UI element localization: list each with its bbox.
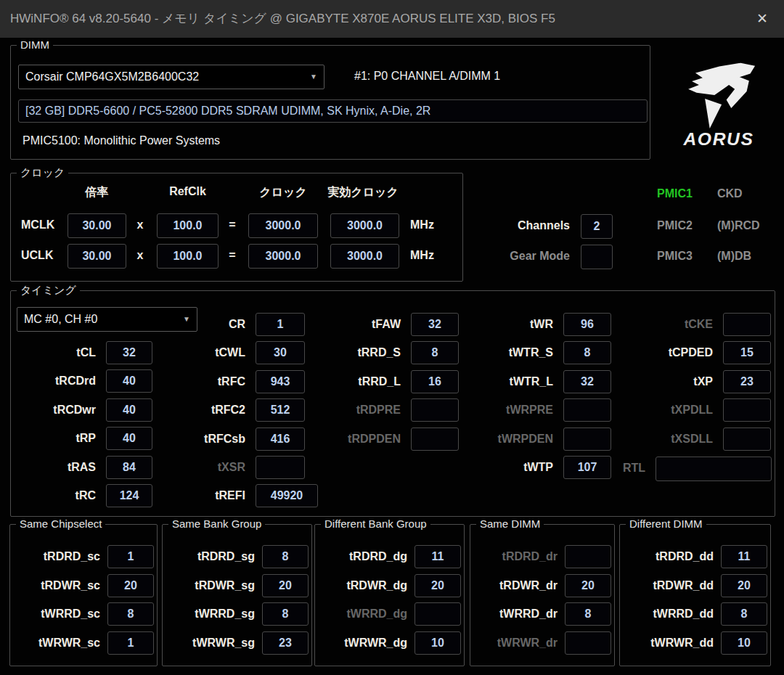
timing-column-5: tCKE tCPDED15 tXP23 tXPDLL tXSDLL <box>627 313 771 456</box>
field-label: tWRWR_dd <box>624 637 714 650</box>
field-label: tRDRD_dr <box>475 550 558 563</box>
field-label: tWRRD_sc <box>15 608 100 621</box>
group-different-bank-group: Different Bank Group tRDRD_dg11 tRDWR_dg… <box>314 524 465 666</box>
field-tcpded: tCPDED15 <box>627 341 771 364</box>
field-label: tRP <box>10 432 96 445</box>
field-trdwr-dg: tRDWR_dg20 <box>319 574 461 597</box>
field-value-box: 1 <box>107 545 154 568</box>
dimm-module-info-box: [32 GB] DDR5-6600 / PC5-52800 DDR5 SDRAM… <box>18 99 648 123</box>
field-trdpden: tRDPDEN <box>315 428 459 451</box>
field-twrwr-sg: tWRWR_sg23 <box>167 631 309 655</box>
field-trdrd-sc: tRDRD_sc1 <box>15 545 154 568</box>
field-txsdll: tXSDLL <box>627 428 771 451</box>
field-value-box: 32 <box>563 370 611 393</box>
field-label: tWRRD_dd <box>624 608 714 621</box>
field-label: tXP <box>627 375 713 388</box>
field-label: tWTP <box>467 461 553 474</box>
field-trcdrd: tRCDrd40 <box>10 369 152 393</box>
group-title: Same Chipselect <box>16 518 105 530</box>
mclk-effective-field: 3000.0 <box>330 213 399 238</box>
pmic1-status: PMIC1 <box>657 184 693 203</box>
field-label: tWRWR_dr <box>475 637 558 650</box>
field-value-box: 1 <box>107 631 154 655</box>
field-value-box <box>565 545 611 568</box>
field-txp: tXP23 <box>627 370 771 393</box>
field-value-box <box>565 631 611 655</box>
field-value-box: 20 <box>107 574 154 597</box>
field-label: tRC <box>10 489 96 502</box>
field-label: tRDRD_sc <box>15 550 100 563</box>
dimm-module-info: [32 GB] DDR5-6600 / PC5-52800 DDR5 SDRAM… <box>25 105 430 118</box>
field-twtr-s: tWTR_S8 <box>467 341 611 364</box>
gear-mode-label: Gear Mode <box>475 245 570 268</box>
title-bar[interactable]: HWiNFO® 64 v8.20-5640 - メモリ タイミング @ GIGA… <box>0 0 784 38</box>
clock-group: クロック 倍率 RefClk クロック 実効クロック MCLK 30.00 x … <box>10 173 463 282</box>
field-trp: tRP40 <box>10 427 152 450</box>
field-trdwr-dr: tRDWR_dr20 <box>475 574 611 597</box>
field-value-box: 23 <box>262 631 309 655</box>
field-value-box <box>563 398 611 422</box>
field-twrwr-dr: tWRWR_dr <box>475 631 611 655</box>
field-twtp: tWTP107 <box>467 456 611 479</box>
field-value-box: 8 <box>107 602 154 626</box>
aorus-logo: AORUS <box>662 46 775 157</box>
pmic3-status: PMIC3 <box>657 246 693 266</box>
ckd-status: CKD <box>717 184 743 203</box>
field-twrwr-sc: tWRWR_sc1 <box>15 631 154 655</box>
field-value-box <box>411 428 459 451</box>
window-title: HWiNFO® 64 v8.20-5640 - メモリ タイミング @ GIGA… <box>10 0 555 38</box>
field-tcke: tCKE <box>627 313 771 336</box>
field-trdwr-sc: tRDWR_sc20 <box>15 574 154 597</box>
timing-channel-dropdown-value: MC #0, CH #0 <box>24 308 97 331</box>
field-trdrd-dd: tRDRD_dd11 <box>624 545 767 568</box>
field-value-box: 943 <box>256 370 305 393</box>
field-label: tWTR_L <box>467 375 553 388</box>
field-value-box: 20 <box>262 574 309 597</box>
field-twrrd-dg: tWRRD_dg <box>319 602 461 626</box>
mclk-label: MCLK <box>21 213 54 237</box>
field-label: tRDWR_dr <box>475 579 558 592</box>
field-value-box <box>723 428 771 451</box>
rtl-field <box>656 457 772 481</box>
field-label: tRDPRE <box>315 404 401 417</box>
field-value-box: 20 <box>565 574 611 597</box>
uclk-clock-field: 3000.0 <box>248 244 318 269</box>
field-trfcsb: tRFCsb416 <box>145 428 318 451</box>
group-same-dimm: Same DIMM tRDRD_dr tRDWR_dr20 tWRRD_dr8 … <box>470 524 615 666</box>
field-label: tRDRD_sg <box>167 550 255 563</box>
dimm-module-dropdown[interactable]: Corsair CMP64GX5M2B6400C32 ▼ <box>18 65 324 89</box>
field-value-box: 96 <box>563 313 611 336</box>
clock-header-clock: クロック <box>248 185 318 200</box>
field-value-box: 11 <box>721 545 767 568</box>
field-cr: CR1 <box>145 313 318 336</box>
field-tcl: tCL32 <box>10 341 152 364</box>
dimm-group-label: DIMM <box>17 38 53 51</box>
field-label: tRDWR_sg <box>167 579 255 592</box>
group-same-bank-group: Same Bank Group tRDRD_sg8 tRDWR_sg20 tWR… <box>162 524 312 666</box>
field-value-box: 32 <box>411 313 459 336</box>
close-icon[interactable]: ✕ <box>752 0 772 38</box>
field-twr: tWR96 <box>467 313 611 336</box>
field-trrd-s: tRRD_S8 <box>315 341 459 364</box>
field-label: tWRRD_sg <box>167 608 255 621</box>
uclk-multiply-sign: x <box>129 244 151 267</box>
hwinfo-memory-timing-window: HWiNFO® 64 v8.20-5640 - メモリ タイミング @ GIGA… <box>0 0 784 675</box>
field-tras: tRAS84 <box>10 456 152 479</box>
uclk-label: UCLK <box>21 244 53 267</box>
field-value-box: 8 <box>411 341 459 364</box>
field-label: tWRWR_sg <box>167 637 255 650</box>
field-label: tCWL <box>145 346 245 359</box>
field-value-box: 512 <box>256 398 305 422</box>
aorus-logo-text: AORUS <box>682 129 754 149</box>
field-value-box: 8 <box>262 545 309 568</box>
dimm-module-dropdown-value: Corsair CMP64GX5M2B6400C32 <box>25 65 199 89</box>
field-twrwr-dg: tWRWR_dg10 <box>319 631 461 655</box>
uclk-effective-field: 3000.0 <box>330 244 399 269</box>
group-title: Different Bank Group <box>321 518 430 530</box>
field-value-box: 10 <box>721 631 767 655</box>
field-twtr-l: tWTR_L32 <box>467 370 611 393</box>
uclk-refclk-field: 100.0 <box>157 244 219 269</box>
clock-header-ratio: 倍率 <box>68 185 126 200</box>
timing-column-3: tFAW32 tRRD_S8 tRRD_L16 tRDPRE tRDPDEN <box>315 313 459 456</box>
field-trdwr-dd: tRDWR_dd20 <box>624 574 767 597</box>
